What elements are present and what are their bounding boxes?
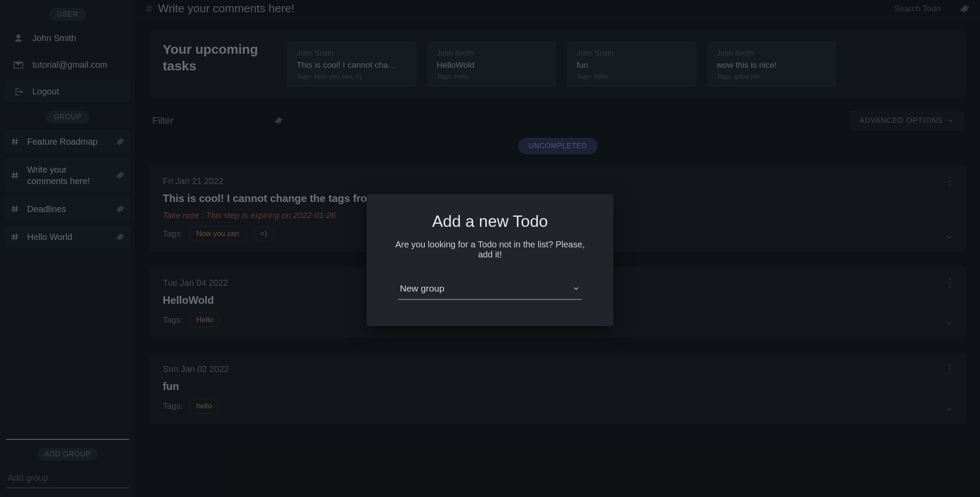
chevron-down-icon bbox=[572, 285, 580, 292]
modal-subtitle: Are you looking for a Todo not in the li… bbox=[391, 240, 589, 260]
modal-title: Add a new Todo bbox=[432, 212, 548, 231]
add-todo-modal: Add a new Todo Are you looking for a Tod… bbox=[367, 194, 613, 326]
group-select-value: New group bbox=[400, 283, 444, 294]
modal-overlay[interactable]: Add a new Todo Are you looking for a Tod… bbox=[0, 0, 980, 497]
group-select[interactable]: New group bbox=[398, 279, 582, 300]
